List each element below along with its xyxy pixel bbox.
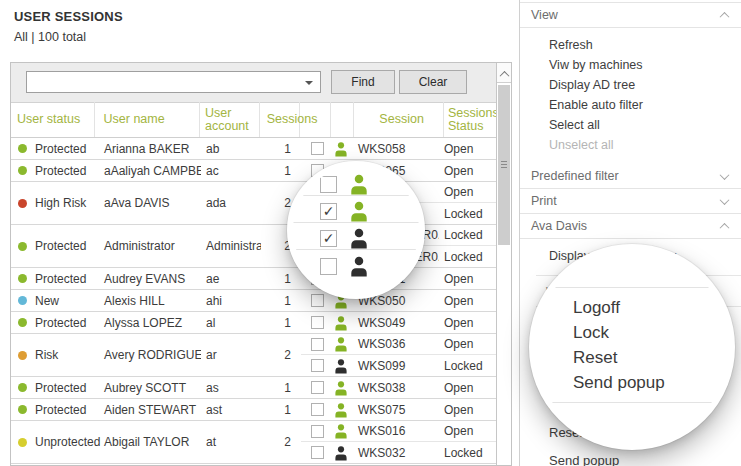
user-sessions-screen: USER SESSIONS All | 100 total Find Clear… xyxy=(0,0,741,466)
user-row[interactable]: Protected Audrey EVANS ae 1 WKS071 Open xyxy=(11,268,496,290)
magnified-session-row xyxy=(320,255,370,277)
panel-menu-item[interactable]: Select all xyxy=(520,115,741,135)
session-checkbox[interactable] xyxy=(311,294,324,307)
sessions-count-cell: 2 xyxy=(261,435,301,449)
sessions-count-cell: 1 xyxy=(261,381,301,395)
user-name-cell: Avery RODRIGUEZ xyxy=(95,348,201,362)
session-action-item[interactable]: Send popup xyxy=(573,371,665,395)
session-name: WKS016 xyxy=(349,424,439,438)
status-dot-icon xyxy=(18,166,27,175)
session-checkbox[interactable] xyxy=(311,403,324,416)
session-row[interactable]: WKS075 Open xyxy=(301,399,496,420)
scrollbar-thumb[interactable] xyxy=(498,85,510,245)
panel-section-header[interactable]: Ava Davis xyxy=(520,214,741,239)
user-icon xyxy=(333,358,349,374)
sessions-table-panel: Find Clear User status User name User ac… xyxy=(10,62,512,466)
user-status-label: Protected xyxy=(35,272,86,286)
user-name-cell: aAva DAVIS xyxy=(95,196,201,210)
panel-menu-item[interactable]: Display AD tree xyxy=(520,75,741,95)
user-name-cell: Alyssa LOPEZ xyxy=(95,316,201,330)
search-input[interactable] xyxy=(29,73,298,91)
user-row[interactable]: Protected Alyssa LOPEZ al 1 WKS049 Open xyxy=(11,312,496,334)
search-combobox[interactable] xyxy=(26,71,321,93)
user-account-cell: as xyxy=(201,381,261,395)
table-magnifier-lens: ✓✓ xyxy=(287,161,425,299)
col-header-session[interactable]: Session xyxy=(354,102,444,137)
table-scrollbar[interactable] xyxy=(496,63,511,465)
user-account-cell: ada xyxy=(201,196,261,210)
col-header-user-name[interactable]: User name xyxy=(95,102,200,137)
session-state: Open xyxy=(439,142,489,156)
col-header-user-status[interactable]: User status xyxy=(11,102,95,137)
session-rows: WKS038 Open xyxy=(301,377,496,398)
session-name: WKS058 xyxy=(349,142,439,156)
user-icon xyxy=(333,402,349,418)
col-header-user-account[interactable]: User account xyxy=(200,102,260,137)
status-dot-icon xyxy=(18,438,27,447)
session-name: WKS036 xyxy=(349,337,439,351)
combo-dropdown-icon[interactable] xyxy=(305,81,313,85)
session-row[interactable]: WKS038 Open xyxy=(301,377,496,398)
session-action-item[interactable]: Logoff xyxy=(573,296,620,320)
session-checkbox[interactable] xyxy=(320,258,337,275)
session-row[interactable]: WKS032 Locked xyxy=(301,442,496,463)
scrollbar-up-button[interactable] xyxy=(497,63,511,83)
session-state: Open xyxy=(439,294,489,308)
clear-button[interactable]: Clear xyxy=(399,70,467,94)
session-checkbox[interactable] xyxy=(311,142,324,155)
find-button[interactable]: Find xyxy=(331,70,395,94)
session-checkbox[interactable] xyxy=(311,381,324,394)
user-icon xyxy=(333,141,349,157)
panel-menu-item[interactable]: Refresh xyxy=(520,35,741,55)
panel-menu-item[interactable]: Enable auto filter xyxy=(520,95,741,115)
user-name-cell: Arianna BAKER xyxy=(95,142,201,156)
user-row[interactable]: Risk Avery RODRIGUEZ ar 2 WKS036 Open WK… xyxy=(11,334,496,377)
session-row[interactable]: WKS099 Locked xyxy=(301,355,496,376)
user-row[interactable] xyxy=(11,464,496,465)
session-checkbox[interactable] xyxy=(311,316,324,329)
session-action-item[interactable]: Reset xyxy=(573,346,617,370)
panel-section-header[interactable]: Print xyxy=(520,189,741,214)
panel-menu-item[interactable]: Viw by machines xyxy=(520,55,741,75)
user-row[interactable]: Protected Arianna BAKER ab 1 WKS058 Open xyxy=(11,138,496,160)
session-checkbox[interactable]: ✓ xyxy=(320,230,337,247)
user-name-cell: aAaliyah CAMPBELL xyxy=(95,164,201,178)
user-row[interactable]: New Alexis HILL ahi 1 WKS050 Open xyxy=(11,290,496,312)
user-status-cell: Unprotected xyxy=(11,435,95,449)
user-cells: Protected aAaliyah CAMPBELL ac 1 xyxy=(11,160,301,181)
status-dot-icon xyxy=(18,144,27,153)
session-action-item[interactable]: Lock xyxy=(573,321,609,345)
session-row[interactable]: WKS016 Open xyxy=(301,421,496,442)
session-checkbox[interactable]: ✓ xyxy=(320,203,337,220)
session-checkbox[interactable] xyxy=(320,176,337,193)
session-checkbox[interactable] xyxy=(311,359,324,372)
user-icon xyxy=(333,315,349,331)
session-state: Locked xyxy=(439,250,489,264)
user-row[interactable]: Unprotected Abigail TAYLOR at 2 WKS016 O… xyxy=(11,421,496,464)
col-header-sessions-status[interactable]: Sessions Status xyxy=(444,102,496,137)
user-cells: Protected Aubrey SCOTT as 1 xyxy=(11,377,301,398)
user-row[interactable]: Protected Aubrey SCOTT as 1 WKS038 Open xyxy=(11,377,496,399)
user-row[interactable]: Protected aAaliyah CAMPBELL ac 1 WKS065 … xyxy=(11,160,496,182)
session-name: WKS038 xyxy=(349,381,439,395)
session-checkbox[interactable] xyxy=(311,338,324,351)
user-cells: High Risk aAva DAVIS ada 2 xyxy=(11,182,301,224)
session-row[interactable]: WKS058 Open xyxy=(301,138,496,159)
session-checkbox[interactable] xyxy=(311,425,324,438)
panel-section-header[interactable]: View xyxy=(520,2,741,28)
session-row[interactable] xyxy=(301,464,496,465)
user-cells: Protected Administrator Administrator 2 xyxy=(11,225,301,267)
menu-magnifier-lens: LogoffLockResetSend popup xyxy=(529,244,735,450)
panel-section-header[interactable]: Predefined filter xyxy=(520,164,741,189)
page-title: USER SESSIONS xyxy=(14,9,123,24)
user-row[interactable]: Protected Aiden STEWART ast 1 WKS075 Ope… xyxy=(11,399,496,421)
user-cells: Protected Aiden STEWART ast 1 xyxy=(11,399,301,420)
session-row[interactable]: WKS049 Open xyxy=(301,312,496,333)
col-header-icon xyxy=(331,102,354,137)
panel-section-title: Predefined filter xyxy=(531,169,619,183)
col-header-sessions[interactable]: Sessions xyxy=(260,102,300,137)
user-status-label: Protected xyxy=(35,316,86,330)
panel-section-title: Print xyxy=(531,194,557,208)
session-checkbox[interactable] xyxy=(311,446,324,459)
session-row[interactable]: WKS036 Open xyxy=(301,334,496,355)
